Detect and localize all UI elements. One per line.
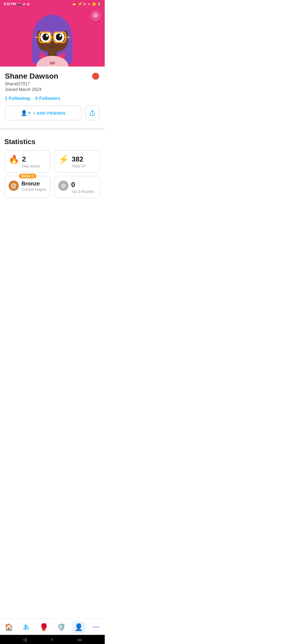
add-friends-button[interactable]: 👤+ + ADD FRIENDS (5, 105, 82, 120)
lightning-icon: ⚡ (58, 155, 69, 164)
follow-row: 1 Following 0 Followers (5, 96, 100, 101)
battery-icon: 🔋 (97, 2, 101, 6)
gear-icon: ⚙ (93, 12, 98, 19)
svg-point-19 (51, 41, 54, 44)
league-value: Bronze (21, 181, 46, 187)
svg-point-7 (36, 19, 68, 34)
record-icon: ●▶ (71, 2, 77, 6)
svg-point-11 (56, 34, 62, 41)
week-badge: WEEK 1 (19, 174, 36, 178)
section-divider (0, 128, 105, 130)
profile-section: Shane Dawson ShaneD7017 Joined March 202… (0, 67, 105, 125)
share-button[interactable] (85, 105, 100, 120)
status-left: 8:52 PM 📷 ⇌ G (4, 2, 30, 6)
bluetooth-icon: ✳ (83, 2, 86, 6)
statistics-section: Statistics 🔥 2 Day streak ⚡ 382 Total XP… (0, 133, 105, 202)
svg-rect-5 (50, 62, 55, 64)
stat-card-streak: 🔥 2 Day streak (4, 150, 51, 173)
svg-point-4 (36, 56, 68, 67)
profile-username: ShaneD7017 (5, 82, 100, 86)
profile-name: Shane Dawson (5, 72, 58, 80)
svg-point-10 (42, 34, 49, 41)
avatar (27, 10, 78, 67)
settings-button[interactable]: ⚙ (90, 10, 101, 21)
status-right: ●▶ 🔑 ✳ ⚡ 📶 🔋 (71, 2, 101, 6)
status-time: 8:52 PM (4, 2, 16, 6)
xp-label: Total XP (72, 164, 86, 168)
avatar-container (27, 10, 78, 67)
statistics-grid: 🔥 2 Day streak ⚡ 382 Total XP WEEK 1 (4, 150, 100, 198)
add-friends-label: + ADD FRIENDS (33, 111, 66, 115)
hero-section: ⚙ (0, 8, 105, 67)
trophy-icon (61, 183, 66, 188)
shield-icon (11, 183, 17, 189)
action-buttons: 👤+ + ADD FRIENDS (5, 105, 100, 121)
fire-icon: 🔥 (9, 155, 19, 164)
xp-value: 382 (72, 155, 86, 163)
key-icon: 🔑 (78, 2, 82, 6)
status-bar: 8:52 PM 📷 ⇌ G ●▶ 🔑 ✳ ⚡ 📶 🔋 (0, 0, 105, 8)
profile-name-row: Shane Dawson (5, 72, 100, 80)
bronze-icon (9, 181, 19, 191)
stat-card-finishes: 0 Top 3 finishes (54, 176, 100, 198)
silver-icon (58, 181, 68, 191)
wifi-icon: 📶 (92, 2, 96, 6)
stat-card-xp: ⚡ 382 Total XP (54, 150, 100, 173)
svg-point-13 (59, 35, 61, 37)
following-link[interactable]: 1 Following (5, 96, 30, 101)
finishes-label: Top 3 finishes (71, 189, 94, 194)
cast-icon: ⇌ (23, 2, 25, 6)
finishes-value: 0 (71, 181, 94, 189)
add-friends-icon: 👤+ (21, 110, 31, 116)
active-indicator (91, 72, 100, 80)
svg-point-12 (46, 35, 48, 37)
followers-link[interactable]: 0 Followers (35, 96, 61, 101)
google-icon: G (27, 2, 30, 6)
statistics-title: Statistics (4, 138, 100, 146)
league-label: Current league (21, 187, 46, 192)
signal-icon: ⚡ (87, 2, 91, 6)
stat-card-league: WEEK 1 Bronze Current league (4, 176, 51, 198)
profile-joined: Joined March 2024 (5, 87, 100, 92)
streak-label: Day streak (22, 164, 40, 168)
video-icon: 📷 (17, 2, 21, 6)
share-icon (89, 110, 95, 116)
streak-value: 2 (22, 155, 40, 163)
